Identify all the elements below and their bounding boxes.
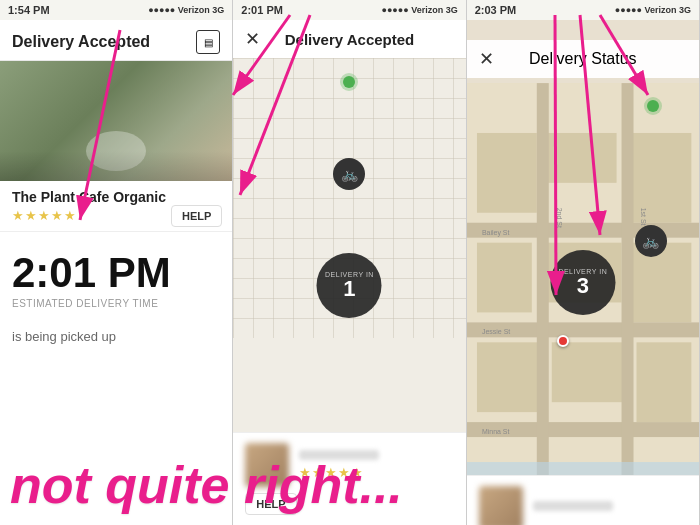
big-text-overlay: not quite right...	[0, 445, 700, 525]
svg-text:2nd St: 2nd St	[555, 208, 562, 228]
close-icon-3[interactable]: ✕	[479, 48, 499, 70]
svg-rect-14	[536, 83, 548, 502]
close-icon-2[interactable]: ✕	[245, 28, 265, 50]
status-bar-1: 1:54 PM ●●●●● Verizon 3G	[0, 0, 232, 20]
svg-rect-7	[631, 243, 691, 323]
pickup-status: is being picked up	[0, 317, 232, 356]
delivery-badge-3: DELIVERY IN 3	[550, 250, 615, 315]
green-dot-3	[647, 100, 659, 112]
svg-rect-4	[626, 133, 691, 223]
svg-rect-8	[477, 342, 542, 412]
restaurant-name: The Plant Cafe Organic	[12, 189, 220, 205]
signal-3: ●●●●● Verizon 3G	[615, 5, 691, 15]
badge-number-2: 1	[343, 278, 355, 300]
delivery-time-section: 2:01 PM ESTIMATED DELIVERY TIME	[0, 232, 232, 317]
header-title-1: Delivery Accepted	[12, 33, 150, 51]
svg-rect-2	[477, 133, 537, 213]
svg-rect-9	[551, 342, 626, 402]
delivery-time: 2:01 PM	[12, 252, 220, 294]
delivery-badge-2: DELIVERY IN 1	[317, 253, 382, 318]
red-dot-3	[557, 335, 569, 347]
time-1: 1:54 PM	[8, 4, 50, 16]
bike-icon-3: 🚲	[635, 225, 667, 257]
phones-container: 1:54 PM ●●●●● Verizon 3G Delivery Accept…	[0, 0, 700, 525]
svg-text:Minna St: Minna St	[482, 428, 510, 435]
time-3: 2:03 PM	[475, 4, 517, 16]
menu-icon-1[interactable]: ▤	[196, 30, 220, 54]
header-title-2: Delivery Accepted	[285, 31, 415, 48]
help-button-1[interactable]: HELP	[171, 205, 222, 227]
svg-text:Jessie St: Jessie St	[482, 328, 510, 335]
svg-rect-5	[477, 243, 532, 313]
food-image	[0, 61, 232, 181]
time-2: 2:01 PM	[241, 4, 283, 16]
signal-2: ●●●●● Verizon 3G	[381, 5, 457, 15]
header-strip-3: ✕ Delivery Status	[467, 40, 699, 78]
badge-number-3: 3	[577, 275, 589, 297]
svg-text:Bailey St: Bailey St	[482, 229, 510, 237]
header-bar-1: Delivery Accepted ▤	[0, 20, 232, 61]
delivery-label: ESTIMATED DELIVERY TIME	[12, 298, 220, 309]
header-title-3: Delivery Status	[529, 50, 637, 68]
svg-rect-10	[636, 342, 691, 422]
svg-text:1st St: 1st St	[640, 208, 647, 226]
status-bar-2: 2:01 PM ●●●●● Verizon 3G	[233, 0, 465, 20]
top-bar-2: ✕ Delivery Accepted	[233, 20, 465, 58]
green-dot-2	[343, 76, 355, 88]
svg-rect-15	[621, 83, 633, 502]
status-bar-3: 2:03 PM ●●●●● Verizon 3G	[467, 0, 699, 20]
food-plate	[86, 131, 146, 171]
svg-rect-3	[546, 133, 616, 183]
bike-icon-2: 🚲	[333, 158, 365, 190]
big-text: not quite right...	[10, 459, 403, 511]
map-area-2: 🚲 DELIVERY IN 1	[233, 58, 465, 338]
signal-1: ●●●●● Verizon 3G	[148, 5, 224, 15]
